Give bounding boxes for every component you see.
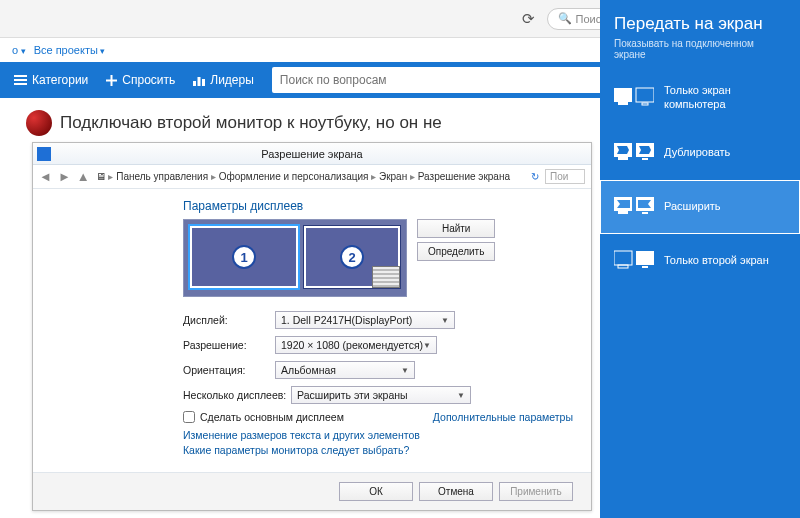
project-option-label: Только экран компьютера [664,84,786,112]
dialog-button-row: ОК Отмена Применить [33,472,591,510]
charm-title: Передать на экран [600,14,800,38]
search-icon: 🔍 [558,12,572,25]
site-search-input[interactable] [280,73,629,87]
svg-rect-13 [618,157,628,160]
svg-rect-9 [618,102,628,105]
svg-rect-6 [198,77,201,86]
svg-rect-8 [614,88,632,102]
project-option-second-only[interactable]: Только второй экран [600,234,800,288]
resolution-select[interactable]: 1920 × 1080 (рекомендуется)▼ [275,336,437,354]
multiple-displays-select[interactable]: Расширить эти экраны▼ [291,386,471,404]
svg-rect-5 [193,81,196,86]
project-option-label: Дублировать [664,146,730,160]
forward-icon[interactable]: ► [58,169,71,184]
question-title-text: Подключаю второй монитор к ноутбуку, но … [60,113,442,133]
refresh-icon[interactable]: ↻ [531,171,539,182]
label-resolution: Разрешение: [183,339,275,351]
which-monitor-link[interactable]: Какие параметры монитора следует выбрать… [183,444,573,456]
detect-button[interactable]: Определить [417,242,495,261]
svg-rect-0 [14,75,27,77]
apply-button[interactable]: Применить [499,482,573,501]
bookmark-back[interactable]: о [12,44,26,56]
extend-icon [614,194,654,220]
svg-rect-7 [202,79,205,86]
explorer-toolbar: ◄ ► ▲ 🖥Панель управленияОформление и пер… [33,165,591,189]
monitor-1[interactable]: 1 [190,226,298,288]
make-main-label: Сделать основным дисплеем [200,411,344,423]
project-charm-panel: Передать на экран Показывать на подключе… [600,0,800,518]
svg-rect-25 [618,265,628,268]
section-heading: Параметры дисплеев [183,199,573,213]
project-option-label: Расширить [664,200,721,214]
window-title-text: Разрешение экрана [261,148,362,160]
up-icon[interactable]: ▲ [77,169,90,184]
svg-rect-11 [642,103,648,105]
make-main-checkbox[interactable] [183,411,195,423]
label-orientation: Ориентация: [183,364,275,376]
question-avatar-icon [26,110,52,136]
svg-rect-19 [618,211,628,214]
find-button[interactable]: Найти [417,219,495,238]
svg-rect-2 [14,83,27,85]
keyboard-icon [372,266,400,288]
nav-ask[interactable]: Спросить [106,73,175,87]
embedded-screenshot-window: Разрешение экрана ◄ ► ▲ 🖥Панель управлен… [32,142,592,511]
svg-rect-10 [636,88,654,102]
advanced-settings-link[interactable]: Дополнительные параметры [433,411,573,423]
window-app-icon [37,147,51,161]
charm-subtitle: Показывать на подключенном экране [600,38,800,70]
project-option-duplicate[interactable]: Дублировать [600,126,800,180]
project-option-pc-only[interactable]: Только экран компьютера [600,70,800,126]
display-select[interactable]: 1. Dell P2417H(DisplayPort)▼ [275,311,455,329]
text-size-link[interactable]: Изменение размеров текста и других элеме… [183,429,573,441]
control-panel-search[interactable]: Пои [545,169,585,184]
duplicate-icon [614,140,654,166]
site-search[interactable]: 🔍 [272,67,652,93]
label-multiple-displays: Несколько дисплеев: [183,389,291,401]
label-display: Дисплей: [183,314,275,326]
cancel-button[interactable]: Отмена [419,482,493,501]
svg-rect-4 [106,79,117,81]
svg-rect-26 [636,251,654,265]
second-only-icon [614,248,654,274]
nav-categories-label: Категории [32,73,88,87]
nav-leaders[interactable]: Лидеры [193,73,254,87]
monitor-2[interactable]: 2 [304,226,400,288]
svg-rect-16 [642,158,648,160]
back-icon[interactable]: ◄ [39,169,52,184]
bookmark-all-projects[interactable]: Все проекты [34,44,106,56]
window-titlebar: Разрешение экрана [33,143,591,165]
svg-rect-22 [642,212,648,214]
svg-rect-1 [14,79,27,81]
project-option-label: Только второй экран [664,254,769,268]
nav-categories[interactable]: Категории [14,73,88,87]
reload-icon[interactable]: ⟳ [517,7,541,31]
pc-only-icon [614,85,654,111]
ok-button[interactable]: ОК [339,482,413,501]
project-option-extend[interactable]: Расширить [600,180,800,234]
breadcrumb[interactable]: 🖥Панель управленияОформление и персонали… [96,171,525,182]
orientation-select[interactable]: Альбомная▼ [275,361,415,379]
nav-leaders-label: Лидеры [210,73,254,87]
monitor-layout-preview[interactable]: 1 2 [183,219,407,297]
svg-rect-24 [614,251,632,265]
display-settings-body: Параметры дисплеев 1 2 Найти Определить … [33,189,591,472]
svg-rect-27 [642,266,648,268]
nav-ask-label: Спросить [122,73,175,87]
